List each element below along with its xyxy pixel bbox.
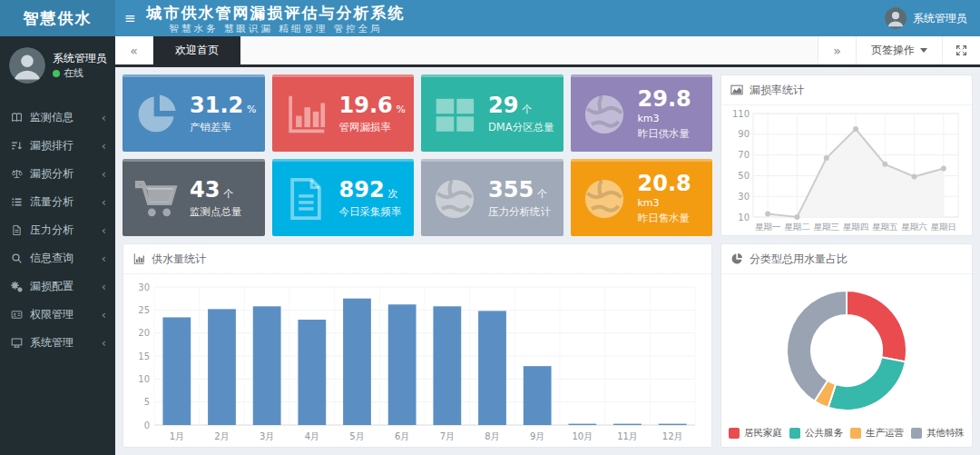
stat-unit: 次 [387,188,397,200]
stat-label: 管网漏损率 [339,121,407,134]
tabs-scroll-right-button[interactable]: » [818,36,856,64]
sidebar-user-panel: 系统管理员 在线 [0,36,115,96]
sidebar-item-label: 压力分析 [30,223,74,238]
stat-label: 产销差率 [190,121,257,134]
sidebar-item-3[interactable]: 漏损分析‹ [0,160,115,188]
windows-icon [432,92,477,137]
user-avatar [885,7,906,29]
stat-value: 31.2 [190,93,243,118]
legend-swatch [911,428,922,439]
sidebar: 系统管理员 在线 监测信息‹漏损排行‹漏损分析‹流量分析‹压力分析‹信息查询‹漏… [0,36,115,455]
sidebar-item-5[interactable]: 压力分析‹ [0,216,115,244]
top-bar-main: ≡ 城市供水管网漏损评估与分析系统 智慧水务 慧眼识漏 精细管理 管控全局 系统… [115,0,980,36]
usage-share-panel: 分类型总用水量占比 居民家庭公共服务生产运营其他特殊 [720,243,973,448]
stat-value: 20.8 [638,171,691,196]
sidebar-item-1[interactable]: 监测信息‹ [0,104,115,132]
sidebar-item-label: 漏损分析 [30,166,74,182]
svg-text:10月: 10月 [572,431,593,441]
top-user-menu[interactable]: 系统管理员 [885,0,967,36]
sidebar-item-9[interactable]: 系统管理‹ [0,329,115,357]
sidebar-item-label: 流量分析 [30,194,74,210]
chevron-left-icon: ‹ [102,252,106,265]
book-icon [11,112,23,124]
sidebar-user-status: 在线 [53,66,107,82]
page-title: 城市供水管网漏损评估与分析系统 [147,5,406,22]
sidebar-item-6[interactable]: 信息查询‹ [0,244,115,272]
sidebar-item-7[interactable]: 漏损配置‹ [0,272,115,301]
tab-bar: « 欢迎首页 » 页签操作 [115,36,980,67]
tab-operations-dropdown[interactable]: 页签操作 [856,36,942,64]
sidebar-item-8[interactable]: 权限管理‹ [0,301,115,329]
title-block: 城市供水管网漏损评估与分析系统 智慧水务 慧眼识漏 精细管理 管控全局 [147,5,406,34]
stat-label: 压力分析统计 [488,205,551,219]
svg-text:2月: 2月 [214,431,229,441]
area-chart-icon [730,84,743,96]
hamburger-icon[interactable]: ≡ [115,10,147,26]
stat-card-5: 43 个监测点总量 [122,159,265,236]
gears-icon [11,281,23,292]
svg-text:9月: 9月 [530,431,544,441]
sidebar-item-4[interactable]: 流量分析‹ [0,188,115,216]
legend-label: 居民家庭 [744,427,782,440]
legend-item-4[interactable]: 其他特殊 [911,427,965,440]
sidebar-item-2[interactable]: 漏损排行‹ [0,132,115,160]
svg-text:12月: 12月 [662,431,683,441]
legend-swatch [729,428,740,439]
supply-bar-chart: 0510152025301月2月3月4月5月6月7月8月9月10月11月12月 [123,274,711,447]
stat-label: 昨日售水量 [638,212,713,225]
svg-text:星期二: 星期二 [784,222,810,232]
caret-down-icon [920,48,927,53]
chevron-left-icon: ‹ [102,336,106,350]
stat-value: 355 [488,177,534,203]
stat-unit: % [247,104,256,115]
chevron-left-icon: ‹ [102,111,106,124]
fullscreen-button[interactable] [942,36,980,64]
legend-item-1[interactable]: 居民家庭 [729,427,782,440]
stat-card-6: 892 次今日采集频率 [272,159,415,236]
file-icon [11,224,23,236]
svg-text:星期一: 星期一 [755,222,781,232]
tab-welcome-home[interactable]: 欢迎首页 [153,36,240,64]
stat-card-8: 20.8 km3昨日售水量 [571,159,713,236]
stat-unit: km3 [638,197,660,209]
stat-unit: % [397,104,406,115]
chevron-left-icon: ‹ [102,167,106,181]
stat-value: 892 [339,177,385,203]
pie-chart-icon [730,252,743,265]
sidebar-item-label: 系统管理 [30,335,74,351]
chevron-left-icon: ‹ [102,223,106,237]
search-icon [11,252,23,264]
stat-label: 今日采集频率 [339,205,402,219]
svg-text:6月: 6月 [395,431,409,441]
stat-card-2: 19.6 %管网漏损率 [272,74,415,152]
svg-text:11月: 11月 [617,431,638,441]
leakage-rate-panel: 漏损率统计 1030507090110星期一星期二星期三星期四星期五星期六星期日 [720,74,973,236]
stat-label: 监测点总量 [190,205,242,219]
svg-text:10: 10 [138,374,150,384]
legend-item-2[interactable]: 公共服务 [789,427,843,440]
online-status-dot [53,70,60,77]
svg-text:5月: 5月 [349,431,364,441]
donut-legend: 居民家庭公共服务生产运营其他特殊 [721,425,972,447]
stat-label: DMA分区总量 [488,121,554,134]
tabs-scroll-left-button[interactable]: « [115,36,153,64]
chevron-left-icon: ‹ [102,195,106,209]
svg-text:星期五: 星期五 [872,222,898,232]
stat-unit: 个 [223,188,233,200]
sidebar-item-label: 权限管理 [30,307,74,322]
usage-donut-chart [721,274,972,425]
tabbar-spacer [240,36,818,64]
svg-text:星期三: 星期三 [813,222,839,232]
user-name: 系统管理员 [913,11,967,26]
svg-text:20: 20 [138,328,150,338]
svg-text:星期六: 星期六 [901,222,927,232]
svg-text:5: 5 [144,397,150,407]
top-bar: 智慧供水 ≡ 城市供水管网漏损评估与分析系统 智慧水务 慧眼识漏 精细管理 管控… [0,0,980,36]
sidebar-item-label: 监测信息 [30,110,74,125]
file-text-icon [283,176,328,222]
stat-card-1: 31.2 %产销差率 [122,74,265,152]
globe-icon [582,176,627,222]
legend-item-3[interactable]: 生产运营 [850,427,904,440]
sort-icon [11,140,23,152]
stat-card-4: 29.8 km3昨日供水量 [571,74,713,152]
